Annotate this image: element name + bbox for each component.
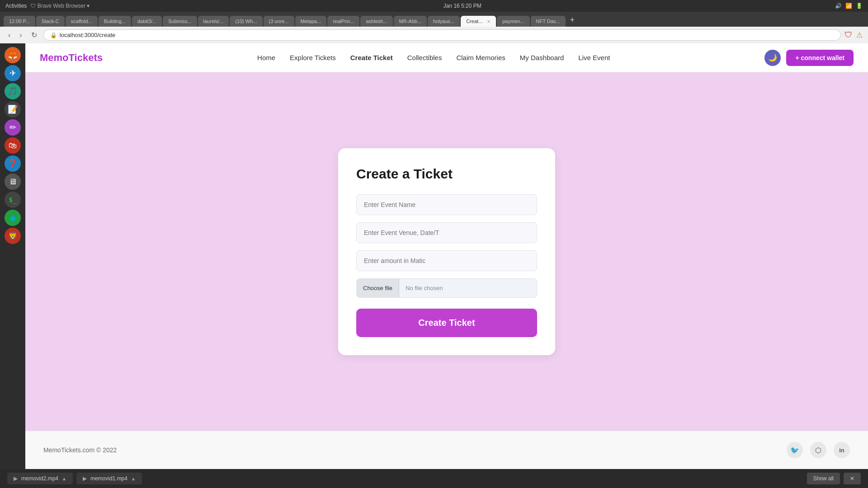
sidebar-desktop[interactable]: 🖥 [5, 174, 21, 190]
sidebar-documents[interactable]: 📝 [5, 101, 21, 117]
nav-claim[interactable]: Claim Memories [456, 54, 505, 61]
tab-8[interactable]: (10) Wh... [230, 16, 262, 27]
tab-3[interactable]: scaffold... [66, 16, 98, 27]
nav-dashboard[interactable]: My Dashboard [520, 54, 564, 61]
tab-1[interactable]: 12:00 P... [4, 16, 35, 27]
back-button[interactable]: ‹ [5, 30, 13, 40]
play-icon-1: ▶ [14, 475, 18, 482]
theme-toggle-button[interactable]: 🌙 [764, 50, 781, 66]
brand-logo[interactable]: MemoTickets [40, 52, 103, 64]
sidebar-terminal[interactable]: $_ [5, 192, 21, 208]
main-layout: 🦊 ✈ 🎵 📝 ✏ 🛍 ❓ 🖥 $_ ◈ 🦁 MemoTickets Home … [0, 43, 868, 469]
page-content: Create a Ticket Choose file No file chos… [25, 72, 868, 431]
choose-file-button[interactable]: Choose file [357, 279, 399, 297]
create-ticket-card: Create a Ticket Choose file No file chos… [338, 148, 555, 355]
activities-label[interactable]: Activities [5, 3, 27, 9]
tab-14[interactable]: holyaus... [428, 16, 460, 27]
venue-group [356, 222, 537, 243]
nav-explore[interactable]: Explore Tickets [290, 54, 336, 61]
tab-7[interactable]: laurels/... [198, 16, 229, 27]
tab-6[interactable]: Submiss... [163, 16, 197, 27]
file-group: Choose file No file chosen [356, 278, 537, 298]
nav-collectibles[interactable]: Collectibles [407, 54, 442, 61]
file-name-label: No file chosen [399, 279, 537, 297]
footer: MemoTickets.com © 2022 🐦 ⬡ in [25, 431, 868, 469]
sidebar-brave[interactable]: 🦁 [5, 228, 21, 244]
event-name-group [356, 194, 537, 215]
play-icon-2: ▶ [83, 475, 87, 482]
datetime: Jan 16 5:20 PM [443, 3, 481, 9]
expand-icon-1[interactable]: ▲ [62, 476, 66, 481]
nav-home[interactable]: Home [257, 54, 275, 61]
system-tray: 🔊 📶 🔋 [835, 3, 863, 9]
title-bar: Activities 🛡 Brave Web Browser ▾ Jan 16 … [0, 0, 868, 12]
sidebar-firefox[interactable]: 🦊 [5, 47, 21, 63]
nav-live[interactable]: Live Event [578, 54, 610, 61]
create-ticket-button[interactable]: Create Ticket [356, 309, 537, 337]
tab-bar: 12:00 P... Stack-C scaffold... Building.… [0, 12, 868, 27]
linkedin-icon[interactable]: in [834, 442, 850, 458]
nav-create[interactable]: Create Ticket [350, 54, 393, 61]
tab-16[interactable]: paymen... [497, 16, 529, 27]
sidebar-help[interactable]: ❓ [5, 155, 21, 172]
warning-icon[interactable]: ⚠ [856, 31, 863, 39]
tab-4[interactable]: Building... [99, 16, 131, 27]
nav-links: Home Explore Tickets Create Ticket Colle… [257, 54, 610, 61]
download-item-1[interactable]: ▶ memovid2.mp4 ▲ [7, 473, 73, 484]
tab-15-active[interactable]: Creat...✕ [461, 16, 496, 27]
connect-wallet-button[interactable]: + connect wallet [786, 50, 854, 66]
address-bar-row: ‹ › ↻ 🔒 localhost:3000/create 🛡 ⚠ [0, 27, 868, 43]
expand-icon-2[interactable]: ▲ [131, 476, 136, 481]
close-downloads-button[interactable]: ✕ [844, 473, 861, 484]
footer-social-icons: 🐦 ⬡ in [787, 442, 850, 458]
sidebar: 🦊 ✈ 🎵 📝 ✏ 🛍 ❓ 🖥 $_ ◈ 🦁 [0, 43, 25, 469]
download-filename-1: memovid2.mp4 [21, 475, 58, 482]
event-name-input[interactable] [356, 194, 537, 215]
bottom-download-bar: ▶ memovid2.mp4 ▲ ▶ memovid1.mp4 ▲ Show a… [0, 469, 868, 488]
main-content: MemoTickets Home Explore Tickets Create … [25, 43, 868, 469]
sidebar-music[interactable]: 🎵 [5, 83, 21, 99]
show-all-button[interactable]: Show all [807, 473, 840, 484]
footer-copyright: MemoTickets.com © 2022 [43, 446, 117, 454]
download-list: ▶ memovid2.mp4 ▲ ▶ memovid1.mp4 ▲ [7, 473, 142, 484]
navbar: MemoTickets Home Explore Tickets Create … [25, 43, 868, 72]
github-icon[interactable]: ⬡ [810, 442, 826, 458]
tab-5[interactable]: dabit3/... [132, 16, 162, 27]
reload-button[interactable]: ↻ [28, 30, 40, 40]
tab-2[interactable]: Stack-C [36, 16, 65, 27]
brave-shield[interactable]: 🛡 [844, 30, 853, 40]
tab-9[interactable]: (3 unre... [264, 16, 294, 27]
tab-10[interactable]: Metapa... [295, 16, 327, 27]
address-bar[interactable]: 🔒 localhost:3000/create [43, 29, 841, 41]
twitter-icon[interactable]: 🐦 [787, 442, 803, 458]
new-tab-button[interactable]: + [566, 14, 579, 27]
browser-label: 🛡 Brave Web Browser ▾ [30, 3, 90, 9]
url-text[interactable]: localhost:3000/create [60, 32, 834, 38]
sidebar-telegram[interactable]: ✈ [5, 65, 21, 81]
tab-17[interactable]: NFT Das... [531, 16, 566, 27]
navbar-right: 🌙 + connect wallet [764, 50, 854, 66]
amount-input[interactable] [356, 250, 537, 271]
download-item-2[interactable]: ▶ memovid1.mp4 ▲ [76, 473, 142, 484]
bottom-right: Show all ✕ [807, 473, 861, 484]
lock-icon: 🔒 [50, 32, 57, 38]
form-title: Create a Ticket [356, 166, 537, 182]
browser-chrome: Activities 🛡 Brave Web Browser ▾ Jan 16 … [0, 0, 868, 43]
sidebar-vscode[interactable]: ◈ [5, 210, 21, 226]
tab-12[interactable]: ashlesh... [360, 16, 392, 27]
venue-input[interactable] [356, 222, 537, 243]
file-input-row: Choose file No file chosen [356, 278, 537, 298]
download-filename-2: memovid1.mp4 [90, 475, 127, 482]
tab-11[interactable]: realPrin... [327, 16, 359, 27]
amount-group [356, 250, 537, 271]
sidebar-store[interactable]: 🛍 [5, 137, 21, 154]
tab-13[interactable]: MR-Abb... [394, 16, 427, 27]
forward-button[interactable]: › [17, 30, 24, 40]
sidebar-edit[interactable]: ✏ [5, 119, 21, 136]
